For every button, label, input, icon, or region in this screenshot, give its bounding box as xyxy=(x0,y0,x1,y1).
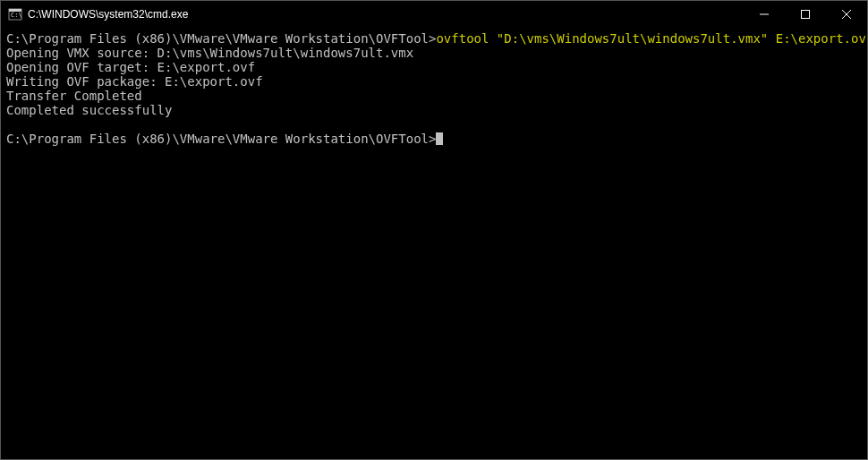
terminal-blank xyxy=(6,117,862,132)
terminal-line: C:\Program Files (x86)\VMware\VMware Wor… xyxy=(6,132,862,146)
terminal-output: Writing OVF package: E:\export.ovf xyxy=(6,74,862,89)
prompt: C:\Program Files (x86)\VMware\VMware Wor… xyxy=(6,31,436,46)
cmd-icon: C:\ xyxy=(8,7,22,21)
cursor xyxy=(436,132,443,145)
terminal-output: Completed successfully xyxy=(6,103,862,117)
command-text: ovftool "D:\vms\Windows7ult\windows7ult.… xyxy=(436,31,867,46)
terminal-line: C:\Program Files (x86)\VMware\VMware Wor… xyxy=(6,31,862,46)
terminal-output: Opening VMX source: D:\vms\Windows7ult\w… xyxy=(6,46,862,60)
window-title: C:\WINDOWS\system32\cmd.exe xyxy=(28,8,188,21)
svg-text:C:\: C:\ xyxy=(11,12,22,19)
terminal-output: Opening OVF target: E:\export.ovf xyxy=(6,60,862,74)
prompt: C:\Program Files (x86)\VMware\VMware Wor… xyxy=(6,132,436,146)
window-controls xyxy=(744,1,867,28)
minimize-button[interactable] xyxy=(744,1,785,28)
maximize-button[interactable] xyxy=(785,1,826,28)
terminal-area[interactable]: C:\Program Files (x86)\VMware\VMware Wor… xyxy=(1,28,867,459)
titlebar[interactable]: C:\ C:\WINDOWS\system32\cmd.exe xyxy=(1,1,867,28)
terminal-output: Transfer Completed xyxy=(6,89,862,103)
svg-rect-4 xyxy=(802,11,810,19)
cmd-window: C:\ C:\WINDOWS\system32\cmd.exe C:\Progr… xyxy=(0,0,868,460)
close-button[interactable] xyxy=(826,1,867,28)
